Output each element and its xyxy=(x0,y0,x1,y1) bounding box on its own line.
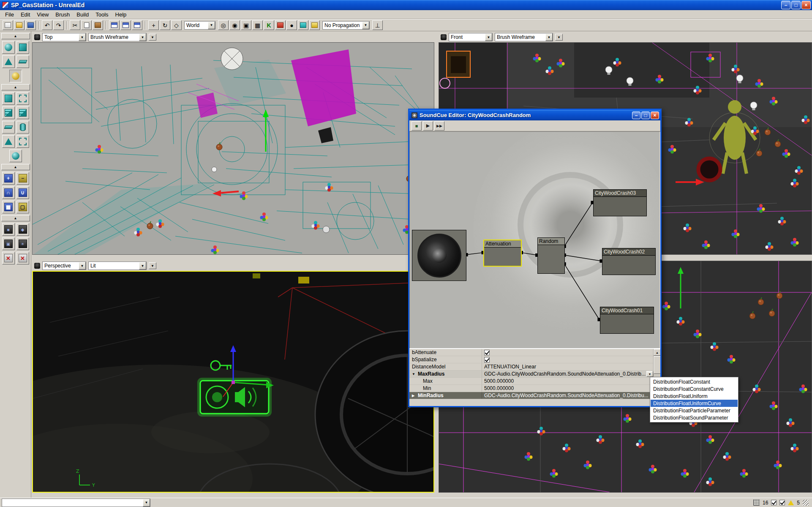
distance-model-value[interactable]: ATTENUATION_Linear xyxy=(482,363,653,370)
citywoodcrash03-node[interactable]: CityWoodCrash03 xyxy=(593,189,647,216)
copy-button[interactable] xyxy=(81,20,92,30)
csg-add-button[interactable]: + xyxy=(2,172,15,185)
matinee-button[interactable] xyxy=(275,20,286,30)
menu-item-distribution-float-constant[interactable]: DistributionFloatConstant xyxy=(651,378,738,385)
menu-item-distribution-float-constant-curve[interactable]: DistributionFloatConstantCurve xyxy=(651,385,738,393)
viewport-topleft-mode-select[interactable]: Brush Wireframe ▼ xyxy=(88,33,147,41)
terrain-mode-button[interactable] xyxy=(2,55,15,68)
viewport-joystick-icon[interactable] xyxy=(34,263,40,269)
add-volume-button[interactable]: ▢ xyxy=(16,201,29,213)
chevron-down-icon[interactable]: ▼ xyxy=(362,22,369,29)
min-radius-value[interactable]: GDC-Audio.CityWoodCrashRandom.SoundNodeA… xyxy=(482,392,653,399)
brush-stair-button[interactable] xyxy=(2,106,15,119)
viewport-joystick-icon[interactable] xyxy=(34,34,40,40)
soundcue-canvas[interactable]: Attenuation Random CityWoodCrash03 CityW… xyxy=(409,131,660,349)
expander-open-icon[interactable]: ▼ xyxy=(412,372,416,376)
menu-item-distribution-float-uniform[interactable]: DistributionFloatUniform xyxy=(651,393,738,400)
viewport-topleft-canvas[interactable] xyxy=(32,42,434,255)
brush-cylinder-button[interactable] xyxy=(16,121,29,134)
menu-file[interactable]: File xyxy=(2,11,17,19)
viewport-layout-3-button[interactable] xyxy=(132,20,142,30)
open-file-button[interactable] xyxy=(14,20,25,30)
csg-section-collapse-button[interactable]: ▲ xyxy=(1,215,30,221)
menu-edit[interactable]: Edit xyxy=(17,11,33,19)
menu-view[interactable]: View xyxy=(33,11,52,19)
replace-actors-button[interactable]: ◉ xyxy=(229,20,240,30)
menu-build[interactable]: Build xyxy=(73,11,92,19)
max-radius-value[interactable]: GDC-Audio.CityWoodCrashRandom.SoundNodeA… xyxy=(484,371,646,377)
chevron-down-icon[interactable]: ▼ xyxy=(143,499,150,507)
add-static-mesh-button[interactable]: ■ xyxy=(2,223,15,236)
scrollbar-thumb[interactable] xyxy=(654,356,660,374)
save-button[interactable] xyxy=(25,20,36,30)
max-value[interactable]: 5000.000000 xyxy=(482,378,653,384)
viewport-maximize-button[interactable]: ▼ xyxy=(149,34,156,41)
geometry-edit-mode-button[interactable] xyxy=(9,70,22,82)
random-node[interactable]: Random xyxy=(537,237,565,274)
brush-curved-stair-button[interactable] xyxy=(16,106,29,119)
brush-wire-toggle-button[interactable] xyxy=(298,20,308,30)
viewport-layout-2-button[interactable] xyxy=(120,20,131,30)
scale-tool-button[interactable]: ◇ xyxy=(171,20,182,30)
play-cue-button[interactable]: ▶ xyxy=(423,121,433,131)
coordinate-system-select[interactable]: World ▼ xyxy=(184,21,215,30)
drag-grid-checkbox[interactable] xyxy=(771,500,777,505)
modes-section-collapse-button[interactable]: ▲ xyxy=(1,84,30,90)
chevron-down-icon[interactable]: ▼ xyxy=(79,262,86,270)
drag-grid-icon[interactable] xyxy=(753,499,760,506)
speaker-output-node[interactable] xyxy=(412,230,466,281)
viewport-joystick-icon[interactable] xyxy=(441,34,447,40)
restore-button[interactable]: □ xyxy=(641,112,650,119)
chevron-down-icon[interactable]: ▼ xyxy=(79,33,86,41)
rotation-grid-checkbox[interactable] xyxy=(779,500,785,505)
goto-builder-brush-button[interactable]: ▣ xyxy=(241,20,251,30)
viewport-topleft-view-select[interactable]: Top ▼ xyxy=(42,33,86,41)
chevron-down-icon[interactable]: ▼ xyxy=(139,33,146,41)
chevron-down-icon[interactable]: ▼ xyxy=(139,262,146,270)
brush-cube-button[interactable] xyxy=(2,92,15,105)
scroll-up-button[interactable]: ▲ xyxy=(654,349,660,356)
menu-tools[interactable]: Tools xyxy=(92,11,112,19)
brushes-section-collapse-button[interactable]: ▲ xyxy=(1,164,30,170)
new-file-button[interactable] xyxy=(3,20,13,30)
maximize-button[interactable]: □ xyxy=(791,1,801,9)
minimize-button[interactable]: – xyxy=(781,1,790,9)
texture-align-mode-button[interactable] xyxy=(16,55,29,68)
undo-button[interactable]: ↶ xyxy=(42,20,52,30)
min-value[interactable]: 5000.000000 xyxy=(482,385,653,392)
bspatialize-checkbox[interactable] xyxy=(484,357,490,363)
cut-button[interactable]: ✂ xyxy=(70,20,80,30)
brush-volumetric-button[interactable] xyxy=(16,135,29,148)
attenuation-node[interactable]: Attenuation xyxy=(483,240,522,267)
close-button[interactable]: × xyxy=(801,1,811,9)
toolbox-scroll-up-button[interactable]: ▲ xyxy=(1,33,30,39)
viewport-topright-mode-select[interactable]: Brush Wireframe ▼ xyxy=(495,33,553,41)
menu-item-distribution-float-uniform-curve[interactable]: DistributionFloatUniformCurve xyxy=(651,400,738,407)
chevron-down-icon[interactable]: ▼ xyxy=(545,33,553,41)
battenuate-checkbox[interactable] xyxy=(484,350,490,355)
resize-grip[interactable] xyxy=(803,500,809,506)
camera-speed-button[interactable] xyxy=(309,20,320,30)
brush-box-button[interactable] xyxy=(16,92,29,105)
geometry-mode-button[interactable] xyxy=(16,41,29,54)
viewport-maximize-button[interactable]: ▼ xyxy=(149,262,156,269)
find-actors-button[interactable]: ◎ xyxy=(218,20,229,30)
stop-button[interactable]: ■ xyxy=(411,121,422,131)
show-all-button[interactable]: ✕ xyxy=(16,252,29,264)
statusbar-command-combo[interactable]: ▼ xyxy=(2,499,150,507)
distribution-combo-button[interactable]: ▼ xyxy=(646,371,653,377)
propagation-select[interactable]: No Propagation ▼ xyxy=(322,21,370,30)
drop-to-floor-button[interactable]: ⊥ xyxy=(372,20,383,30)
realtime-preview-button[interactable]: ● xyxy=(286,20,297,30)
csg-deintersect-button[interactable]: ∪ xyxy=(16,186,29,199)
add-special-brush-button[interactable]: ▦ xyxy=(2,201,15,213)
viewport-perspective-mode-select[interactable]: Lit ▼ xyxy=(88,262,147,270)
viewport-perspective-view-select[interactable]: Perspective ▼ xyxy=(42,262,86,270)
brush-sheet-button[interactable] xyxy=(2,121,15,134)
expander-closed-icon[interactable]: ▶ xyxy=(412,394,416,398)
brush-sphere-button[interactable] xyxy=(9,150,22,162)
citywoodcrash02-node[interactable]: CityWoodCrash02 xyxy=(602,248,656,275)
translate-tool-button[interactable]: + xyxy=(148,20,159,30)
generic-browser-button[interactable]: ▦ xyxy=(252,20,263,30)
chevron-down-icon[interactable]: ▼ xyxy=(208,22,215,29)
